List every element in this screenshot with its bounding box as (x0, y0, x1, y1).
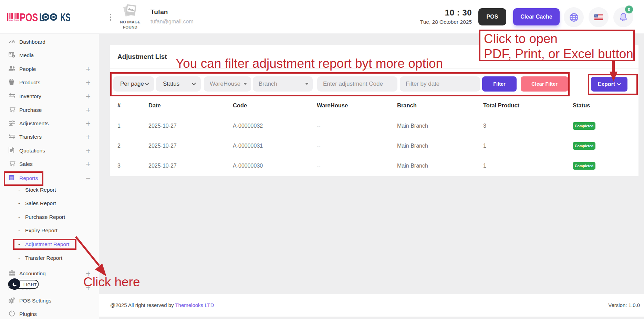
svg-text:POS: POS (20, 13, 38, 22)
svg-text:KS: KS (61, 13, 71, 22)
svg-text:1234: 1234 (9, 19, 13, 21)
svg-text:5678: 5678 (15, 19, 19, 21)
